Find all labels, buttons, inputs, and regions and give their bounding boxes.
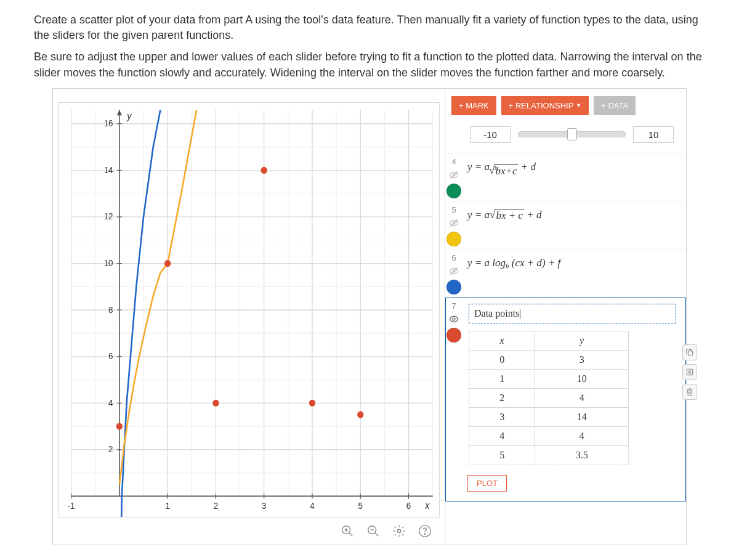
slider-max[interactable]: 10 (633, 126, 674, 143)
svg-point-98 (397, 529, 401, 533)
svg-text:-1: -1 (68, 500, 75, 511)
svg-line-92 (349, 533, 353, 537)
cell-y[interactable]: 4 (535, 427, 629, 446)
expression-formula[interactable]: y = a3√bx+c + d (467, 156, 681, 184)
svg-text:12: 12 (104, 211, 113, 222)
list-icon[interactable] (682, 364, 697, 380)
col-header-x: x (469, 331, 535, 351)
add-relationship-button[interactable]: + RELATIONSHIP ▼ (501, 96, 589, 115)
expression-list: 4y = a3√bx+c + d5y = a√bx + c + d6y = a … (445, 153, 686, 297)
graph-panel: -1123456246810121416yx (53, 89, 445, 545)
expression-item[interactable]: 5y = a√bx + c + d (445, 201, 686, 249)
expression-item[interactable]: 4y = a3√bx+c + d (445, 153, 686, 201)
cell-x[interactable]: 3 (469, 408, 535, 427)
item-index: 5 (451, 205, 456, 214)
table-row[interactable]: 314 (469, 408, 629, 427)
series-color-dot[interactable] (446, 280, 461, 294)
item-index: 4 (451, 157, 456, 166)
table-row[interactable]: 53.5 (469, 446, 629, 465)
data-side-icons (682, 344, 697, 400)
series-color-dot[interactable] (446, 328, 461, 343)
add-mark-button[interactable]: + MARK (451, 96, 496, 115)
add-data-button: + DATA (594, 96, 636, 115)
cell-x[interactable]: 2 (469, 389, 535, 408)
svg-point-87 (212, 399, 219, 406)
visibility-toggle-icon[interactable] (449, 170, 459, 180)
cell-y[interactable]: 10 (535, 370, 629, 389)
svg-point-88 (261, 167, 267, 174)
svg-line-96 (375, 533, 379, 537)
graph-toolbar (58, 517, 440, 540)
help-icon[interactable] (418, 524, 432, 538)
table-row[interactable]: 110 (469, 370, 629, 389)
table-row[interactable]: 44 (469, 427, 629, 446)
zoom-out-icon[interactable] (366, 524, 381, 538)
cell-x[interactable]: 1 (469, 370, 535, 389)
settings-icon[interactable] (392, 524, 406, 538)
graph-area[interactable]: -1123456246810121416yx (58, 102, 440, 517)
svg-point-86 (164, 260, 171, 267)
svg-text:2: 2 (108, 444, 113, 455)
visibility-toggle-icon[interactable] (449, 314, 459, 324)
table-row[interactable]: 24 (469, 389, 629, 408)
svg-text:14: 14 (104, 164, 113, 175)
data-label-input[interactable]: Data points (469, 304, 676, 323)
slider-min[interactable]: -10 (470, 126, 511, 143)
instructions: Create a scatter plot of your data from … (34, 12, 705, 81)
cell-x[interactable]: 0 (469, 351, 535, 370)
svg-point-100 (424, 534, 425, 534)
top-buttons: + MARK + RELATIONSHIP ▼ + DATA (445, 89, 686, 123)
slider-row: -10 10 (445, 123, 686, 153)
svg-text:5: 5 (358, 500, 363, 511)
svg-text:4: 4 (310, 500, 315, 511)
svg-text:3: 3 (262, 500, 267, 511)
item-index: 7 (451, 301, 456, 310)
svg-text:10: 10 (104, 258, 113, 268)
instruction-p2: Be sure to adjust the upper and lower va… (34, 49, 705, 80)
expression-formula[interactable]: y = a√bx + c + d (467, 204, 681, 228)
chevron-down-icon: ▼ (576, 102, 581, 108)
data-label-text: Data points (474, 308, 520, 319)
zoom-in-icon[interactable] (340, 524, 355, 538)
svg-text:4: 4 (108, 397, 113, 408)
svg-point-90 (357, 411, 363, 418)
series-color-dot[interactable] (446, 184, 461, 198)
cell-y[interactable]: 3 (535, 351, 629, 370)
expression-item[interactable]: 6y = a logb (cx + d) + f (445, 249, 686, 297)
cell-y[interactable]: 4 (535, 389, 629, 408)
svg-rect-108 (689, 351, 693, 355)
svg-marker-52 (117, 110, 122, 115)
cell-x[interactable]: 4 (469, 427, 535, 446)
svg-text:6: 6 (108, 351, 113, 361)
svg-point-85 (116, 423, 123, 429)
item-index: 6 (451, 253, 456, 262)
plot-button[interactable]: PLOT (467, 475, 507, 492)
visibility-toggle-icon[interactable] (449, 218, 459, 228)
tool-frame: -1123456246810121416yx (52, 88, 687, 545)
interval-slider[interactable] (518, 131, 626, 137)
col-header-y: y (535, 331, 629, 351)
visibility-toggle-icon[interactable] (449, 266, 459, 276)
cell-x[interactable]: 5 (469, 446, 535, 465)
svg-text:8: 8 (108, 304, 113, 315)
cell-y[interactable]: 3.5 (535, 446, 629, 465)
svg-text:x: x (424, 500, 430, 511)
expression-formula[interactable]: y = a logb (cx + d) + f (467, 252, 681, 275)
svg-point-107 (453, 318, 455, 320)
instruction-p1: Create a scatter plot of your data from … (34, 12, 705, 43)
svg-text:16: 16 (104, 118, 113, 129)
series-color-dot[interactable] (446, 232, 461, 246)
data-points-item[interactable]: 7 Data points x (445, 297, 686, 501)
duplicate-icon[interactable] (682, 344, 697, 360)
data-table[interactable]: x y 03110243144453.5 (469, 331, 629, 465)
table-row[interactable]: 03 (469, 351, 629, 370)
svg-text:6: 6 (406, 500, 411, 511)
svg-text:1: 1 (165, 500, 170, 511)
relationship-label: + RELATIONSHIP (509, 101, 574, 110)
cell-y[interactable]: 14 (535, 408, 629, 427)
svg-point-89 (309, 399, 315, 406)
controls-panel: + MARK + RELATIONSHIP ▼ + DATA -10 10 4y… (445, 89, 686, 545)
svg-text:y: y (126, 110, 132, 121)
delete-icon[interactable] (682, 384, 697, 400)
svg-text:2: 2 (214, 500, 219, 511)
